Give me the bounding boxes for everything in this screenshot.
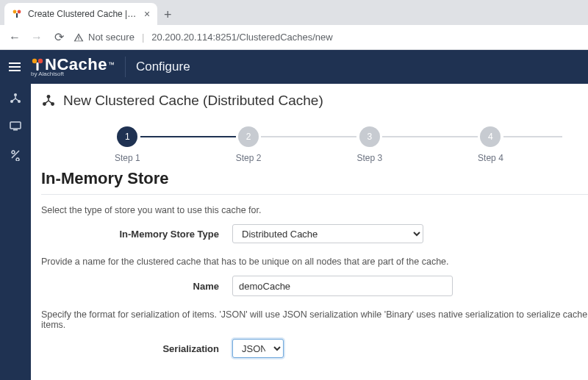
cache-name-input[interactable] — [232, 276, 453, 296]
url-separator: | — [142, 32, 144, 43]
wizard-stepper: 1 Step 1 2 Step 2 3 Step 3 4 Step 4 — [115, 126, 588, 163]
name-help-text: Provide a name for the clustered cache t… — [41, 257, 588, 267]
step-label: Step 1 — [115, 153, 140, 163]
step-3[interactable]: 3 Step 3 — [356, 126, 382, 163]
step-connector — [140, 136, 236, 137]
serialization-label: Serialization — [41, 343, 232, 354]
step-connector — [382, 136, 478, 137]
svg-rect-9 — [10, 122, 21, 129]
step-connector — [261, 136, 356, 137]
serial-help-text: Specify the format for serialization of … — [41, 309, 588, 330]
store-help-text: Select the type of store you want to use… — [41, 205, 588, 215]
brand-subtext: by Alachisoft — [31, 71, 115, 77]
name-label: Name — [41, 281, 232, 292]
step-label: Step 3 — [356, 153, 382, 163]
svg-rect-2 — [16, 13, 18, 18]
side-rail — [0, 84, 31, 380]
divider — [41, 194, 588, 195]
step-circle: 2 — [238, 126, 259, 147]
svg-point-0 — [13, 10, 17, 14]
step-circle: 4 — [480, 126, 501, 147]
step-circle: 1 — [117, 126, 137, 147]
svg-rect-10 — [13, 129, 18, 131]
step-circle: 3 — [359, 126, 380, 147]
svg-point-3 — [32, 59, 37, 63]
svg-point-6 — [14, 93, 17, 96]
warning-icon — [74, 32, 84, 43]
store-type-label: In-Memory Store Type — [41, 229, 232, 240]
forward-icon: → — [29, 31, 44, 44]
svg-rect-5 — [37, 62, 39, 71]
step-label: Step 2 — [236, 153, 262, 163]
cluster-icon — [41, 93, 56, 108]
svg-point-1 — [18, 10, 21, 14]
favicon-icon — [12, 9, 22, 19]
svg-point-11 — [47, 95, 51, 98]
cluster-icon[interactable] — [8, 91, 23, 106]
ncache-icon — [31, 57, 44, 72]
browser-toolbar: ← → ⟳ Not secure | 20.200.20.114:8251/Cl… — [0, 25, 588, 50]
tab-close-icon[interactable]: × — [144, 9, 150, 19]
step-4[interactable]: 4 Step 4 — [478, 126, 503, 163]
security-label: Not secure — [88, 32, 135, 43]
browser-tab[interactable]: Create Clustered Cache | NCache × — [4, 3, 157, 25]
main-content: New Clustered Cache (Distributed Cache) … — [31, 84, 588, 380]
brand-tm: ™ — [108, 62, 115, 68]
back-icon[interactable]: ← — [7, 31, 22, 44]
tab-title: Create Clustered Cache | NCache — [28, 9, 138, 19]
new-tab-button[interactable]: + — [157, 4, 178, 25]
step-connector — [503, 136, 562, 137]
security-indicator[interactable]: Not secure — [74, 32, 135, 43]
store-type-select[interactable]: Distributed Cache — [232, 224, 423, 243]
brand-logo[interactable]: NCache ™ by Alachisoft — [31, 57, 115, 77]
page-title: New Clustered Cache (Distributed Cache) — [63, 93, 323, 109]
header-divider — [125, 57, 126, 77]
tools-icon[interactable] — [8, 147, 23, 162]
header-section: Configure — [136, 60, 190, 74]
svg-point-4 — [38, 59, 43, 63]
menu-icon[interactable] — [9, 62, 21, 71]
step-2[interactable]: 2 Step 2 — [236, 126, 262, 163]
serialization-select[interactable]: JSON — [232, 339, 284, 358]
app-header: NCache ™ by Alachisoft Configure — [0, 50, 588, 84]
url-text[interactable]: 20.200.20.114:8251/ClusteredCaches/new — [151, 32, 332, 43]
monitor-icon[interactable] — [8, 119, 23, 134]
step-1[interactable]: 1 Step 1 — [115, 126, 140, 163]
reload-icon[interactable]: ⟳ — [51, 30, 66, 44]
step-label: Step 4 — [478, 153, 503, 163]
browser-tab-strip: Create Clustered Cache | NCache × + — [0, 0, 588, 25]
section-heading: In-Memory Store — [41, 169, 588, 188]
